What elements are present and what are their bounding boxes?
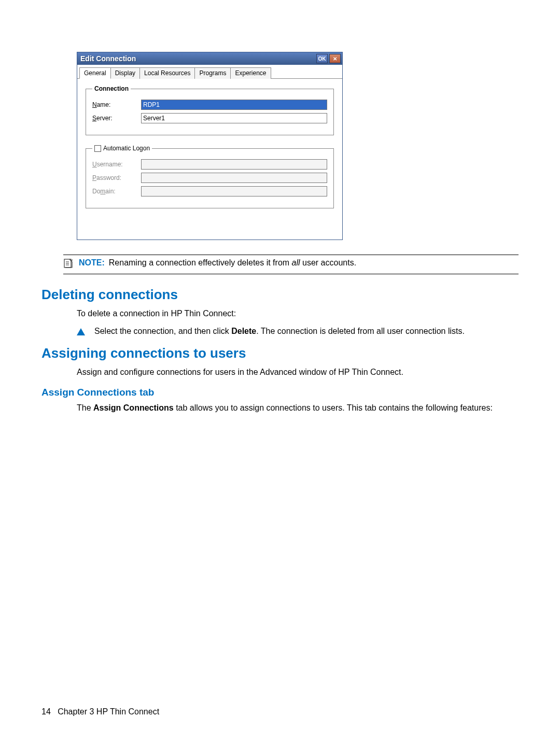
note-text: NOTE:Renaming a connection effectively d… xyxy=(79,258,356,268)
domain-label: Domain: xyxy=(92,188,134,195)
tab-local-resources[interactable]: Local Resources xyxy=(139,67,195,79)
assign-tab-para: The Assign Connections tab allows you to… xyxy=(77,402,519,414)
domain-input xyxy=(141,186,327,196)
tab-general[interactable]: General xyxy=(79,67,111,79)
dialog-titlebar: Edit Connection OK ✕ xyxy=(77,52,342,65)
deleting-intro: To delete a connection in HP Thin Connec… xyxy=(77,308,519,319)
username-input xyxy=(141,159,327,170)
name-input[interactable] xyxy=(141,100,327,110)
page-footer: 14 Chapter 3 HP Thin Connect xyxy=(41,707,159,716)
titlebar-buttons: OK ✕ xyxy=(316,54,341,63)
note-label: NOTE: xyxy=(79,258,105,267)
deleting-bullet: Select the connection, and then click De… xyxy=(77,327,519,336)
triangle-bullet-icon xyxy=(77,328,85,335)
note-icon xyxy=(63,258,74,271)
page-number: 14 xyxy=(41,707,51,716)
general-panel: Connection Name: Server: Automatic Logon… xyxy=(77,79,342,240)
connection-group: Connection Name: Server: xyxy=(86,85,334,135)
automatic-logon-legend: Automatic Logon xyxy=(92,145,152,152)
tab-experience[interactable]: Experience xyxy=(230,67,271,79)
deleting-bullet-text: Select the connection, and then click De… xyxy=(94,327,465,336)
server-row: Server: xyxy=(92,113,327,123)
close-button[interactable]: ✕ xyxy=(329,54,341,63)
assigning-intro: Assign and configure connections for use… xyxy=(77,367,519,378)
password-row: Password: xyxy=(92,173,327,183)
username-row: Username: xyxy=(92,159,327,170)
password-label: Password: xyxy=(92,174,134,181)
tab-programs[interactable]: Programs xyxy=(194,67,231,79)
tab-display[interactable]: Display xyxy=(110,67,140,79)
heading-deleting-connections: Deleting connections xyxy=(41,287,519,303)
tab-strip: General Display Local Resources Programs… xyxy=(77,65,342,79)
ok-button[interactable]: OK xyxy=(316,54,328,63)
heading-assign-connections-tab: Assign Connections tab xyxy=(41,387,519,398)
heading-assigning-connections: Assigning connections to users xyxy=(41,345,519,361)
password-input xyxy=(141,173,327,183)
chapter-label: Chapter 3 HP Thin Connect xyxy=(58,707,159,716)
server-input[interactable] xyxy=(141,113,327,123)
dialog-title: Edit Connection xyxy=(80,54,136,63)
server-label: Server: xyxy=(92,115,134,122)
close-icon: ✕ xyxy=(333,56,337,62)
name-row: Name: xyxy=(92,100,327,110)
username-label: Username: xyxy=(92,161,134,168)
edit-connection-dialog: Edit Connection OK ✕ General Display Loc… xyxy=(77,52,343,240)
automatic-logon-checkbox[interactable] xyxy=(94,145,101,152)
connection-legend: Connection xyxy=(92,85,131,92)
note-block: NOTE:Renaming a connection effectively d… xyxy=(63,255,519,274)
automatic-logon-group: Automatic Logon Username: Password: Doma… xyxy=(86,145,334,208)
name-label: Name: xyxy=(92,101,134,108)
domain-row: Domain: xyxy=(92,186,327,196)
